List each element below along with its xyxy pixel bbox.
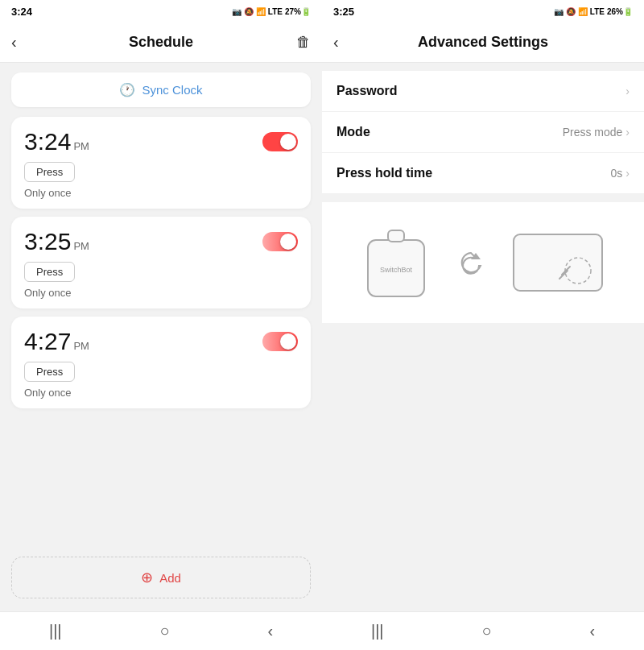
press-hold-label: Press hold time xyxy=(336,166,432,180)
add-btn-inner: ⊕ Add xyxy=(141,569,181,586)
arrow-icon xyxy=(456,248,485,277)
camera-icon: 📷 xyxy=(232,7,242,16)
nav-back-right[interactable]: ‹ xyxy=(589,622,595,640)
svg-rect-1 xyxy=(388,230,404,242)
nav-menu-left[interactable]: ||| xyxy=(49,622,62,640)
add-label: Add xyxy=(159,571,181,585)
toggle-thumb-3 xyxy=(280,333,296,350)
schedule-item-3[interactable]: 4:27 PM Press Only once xyxy=(11,317,311,408)
schedule-time-1: 3:24 PM xyxy=(24,128,89,155)
right-panel: 3:25 📷 🔕 📶 LTE 26%🔋 ‹ Advanced Settings … xyxy=(322,0,644,650)
schedule-list: 3:24 PM Press Only once 3:25 PM xyxy=(0,117,322,544)
only-once-2: Only once xyxy=(24,287,298,299)
schedule-item-1-top: 3:24 PM xyxy=(24,128,298,155)
add-plus-icon: ⊕ xyxy=(141,569,153,586)
battery-right: 26%🔋 xyxy=(607,7,633,16)
schedule-title: Schedule xyxy=(129,34,193,51)
password-value: › xyxy=(625,85,630,97)
clock-icon: 🕐 xyxy=(119,82,135,97)
password-chevron: › xyxy=(625,85,630,97)
mute-icon: 🔕 xyxy=(244,7,254,16)
nav-bar-left: ||| ○ ‹ xyxy=(0,611,322,650)
left-panel: 3:24 📷 🔕 📶 LTE 27%🔋 ‹ Schedule 🗑 🕐 Sync … xyxy=(0,0,322,650)
back-button-right[interactable]: ‹ xyxy=(333,33,339,52)
schedule-item-2-top: 3:25 PM xyxy=(24,228,298,255)
schedule-time-3: 4:27 PM xyxy=(24,328,89,355)
status-time-right: 3:25 xyxy=(333,6,354,18)
press-hold-row[interactable]: Press hold time 0s › xyxy=(322,153,644,194)
camera-icon-r: 📷 xyxy=(554,7,564,16)
press-btn-2[interactable]: Press xyxy=(24,262,75,282)
password-label: Password xyxy=(336,84,398,98)
toggle-thumb-1 xyxy=(280,134,296,150)
target-svg xyxy=(510,226,606,299)
press-btn-1[interactable]: Press xyxy=(24,162,75,182)
password-row[interactable]: Password › xyxy=(322,71,644,112)
battery-left: 27%🔋 xyxy=(285,7,311,16)
toggle-1[interactable] xyxy=(262,132,298,151)
illustration-card: SwitchBot xyxy=(322,202,644,323)
toggle-thumb-2 xyxy=(280,234,296,250)
status-icons-left: 📷 🔕 📶 LTE 27%🔋 xyxy=(232,7,311,16)
svg-rect-4 xyxy=(514,234,602,291)
settings-list: Password › Mode Press mode › Press hold … xyxy=(322,71,644,194)
signal-icon: 📶 xyxy=(256,7,266,16)
switchbot-svg: SwitchBot xyxy=(360,222,432,303)
schedule-item-2[interactable]: 3:25 PM Press Only once xyxy=(11,217,311,308)
schedule-item-3-top: 4:27 PM xyxy=(24,328,298,355)
schedule-time-2: 3:25 PM xyxy=(24,228,89,255)
only-once-3: Only once xyxy=(24,387,298,399)
mode-label: Mode xyxy=(336,125,370,139)
mode-chevron: › xyxy=(625,126,630,139)
mode-value: Press mode › xyxy=(563,126,630,139)
schedule-topbar: ‹ Schedule 🗑 xyxy=(0,23,322,63)
mode-row[interactable]: Mode Press mode › xyxy=(322,112,644,153)
nav-menu-right[interactable]: ||| xyxy=(371,622,384,640)
press-btn-3[interactable]: Press xyxy=(24,362,75,382)
back-button-left[interactable]: ‹ xyxy=(11,33,17,52)
advanced-topbar: ‹ Advanced Settings xyxy=(322,23,644,63)
nav-back-left[interactable]: ‹ xyxy=(267,622,273,640)
mode-value-text: Press mode xyxy=(563,126,623,139)
status-time-left: 3:24 xyxy=(11,6,32,18)
lte-label-r: LTE xyxy=(590,7,605,16)
status-icons-right: 📷 🔕 📶 LTE 26%🔋 xyxy=(554,7,633,16)
press-hold-chevron: › xyxy=(625,167,630,180)
only-once-1: Only once xyxy=(24,187,298,199)
add-button[interactable]: ⊕ Add xyxy=(11,557,311,598)
delete-button[interactable]: 🗑 xyxy=(296,34,311,51)
toggle-3[interactable] xyxy=(262,332,298,351)
toggle-2[interactable] xyxy=(262,232,298,251)
press-hold-value: 0s › xyxy=(611,167,630,180)
press-hold-value-text: 0s xyxy=(611,167,623,180)
nav-bar-right: ||| ○ ‹ xyxy=(322,611,644,650)
schedule-item-1[interactable]: 3:24 PM Press Only once xyxy=(11,117,311,209)
lte-label: LTE xyxy=(268,7,283,16)
svg-text:SwitchBot: SwitchBot xyxy=(380,266,413,274)
sync-clock-button[interactable]: 🕐 Sync Clock xyxy=(11,72,311,107)
advanced-title: Advanced Settings xyxy=(418,34,548,51)
mute-icon-r: 🔕 xyxy=(566,7,576,16)
status-bar-right: 3:25 📷 🔕 📶 LTE 26%🔋 xyxy=(322,0,644,23)
status-bar-left: 3:24 📷 🔕 📶 LTE 27%🔋 xyxy=(0,0,322,23)
nav-home-left[interactable]: ○ xyxy=(159,622,169,640)
signal-icon-r: 📶 xyxy=(578,7,588,16)
right-spacer xyxy=(322,323,644,611)
nav-home-right[interactable]: ○ xyxy=(481,622,491,640)
sync-clock-label: Sync Clock xyxy=(142,83,202,97)
